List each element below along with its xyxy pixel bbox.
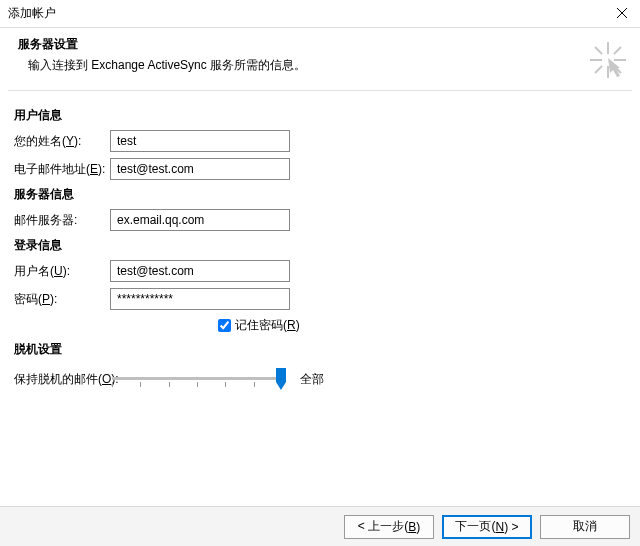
svg-line-6 xyxy=(595,47,602,54)
section-offline: 脱机设置 xyxy=(14,341,626,358)
label-mail-server: 邮件服务器: xyxy=(14,212,110,229)
slider-thumb[interactable] xyxy=(276,368,286,390)
slider-value: 全部 xyxy=(300,371,324,388)
section-server-info: 服务器信息 xyxy=(14,186,626,203)
label-password: 密码(P): xyxy=(14,291,110,308)
header-heading: 服务器设置 xyxy=(18,36,622,53)
row-remember-password: 记住密码(R) xyxy=(214,316,626,335)
password-input[interactable] xyxy=(110,288,290,310)
close-button[interactable] xyxy=(610,2,634,26)
remember-password-checkbox[interactable] xyxy=(218,319,231,332)
label-offline: 保持脱机的邮件(O): xyxy=(14,371,110,388)
row-password: 密码(P): xyxy=(14,288,626,310)
window-title: 添加帐户 xyxy=(8,5,56,22)
section-login-info: 登录信息 xyxy=(14,237,626,254)
email-input[interactable] xyxy=(110,158,290,180)
close-icon xyxy=(616,7,628,22)
svg-line-9 xyxy=(595,66,602,73)
header-area: 服务器设置 输入连接到 Exchange ActiveSync 服务所需的信息。 xyxy=(0,28,640,90)
offline-slider[interactable] xyxy=(112,368,282,390)
titlebar: 添加帐户 xyxy=(0,0,640,28)
label-username: 用户名(U): xyxy=(14,263,110,280)
row-your-name: 您的姓名(Y): xyxy=(14,130,626,152)
slider-track xyxy=(112,377,282,380)
row-email: 电子邮件地址(E): xyxy=(14,158,626,180)
sparkle-icon xyxy=(590,42,626,78)
header-subtext: 输入连接到 Exchange ActiveSync 服务所需的信息。 xyxy=(28,57,622,74)
row-mail-server: 邮件服务器: xyxy=(14,209,626,231)
row-offline-slider: 保持脱机的邮件(O): 全部 xyxy=(14,368,626,390)
cancel-button[interactable]: 取消 xyxy=(540,515,630,539)
label-remember-password[interactable]: 记住密码(R) xyxy=(235,317,300,334)
label-email: 电子邮件地址(E): xyxy=(14,161,110,178)
form-area: 用户信息 您的姓名(Y): 电子邮件地址(E): 服务器信息 邮件服务器: 登录… xyxy=(0,91,640,390)
back-button[interactable]: < 上一步(B) xyxy=(344,515,434,539)
section-user-info: 用户信息 xyxy=(14,107,626,124)
next-button[interactable]: 下一页(N) > xyxy=(442,515,532,539)
row-username: 用户名(U): xyxy=(14,260,626,282)
svg-line-8 xyxy=(614,47,621,54)
your-name-input[interactable] xyxy=(110,130,290,152)
label-your-name: 您的姓名(Y): xyxy=(14,133,110,150)
slider-ticks xyxy=(112,382,282,387)
mail-server-input[interactable] xyxy=(110,209,290,231)
username-input[interactable] xyxy=(110,260,290,282)
button-bar: < 上一步(B) 下一页(N) > 取消 xyxy=(0,506,640,546)
